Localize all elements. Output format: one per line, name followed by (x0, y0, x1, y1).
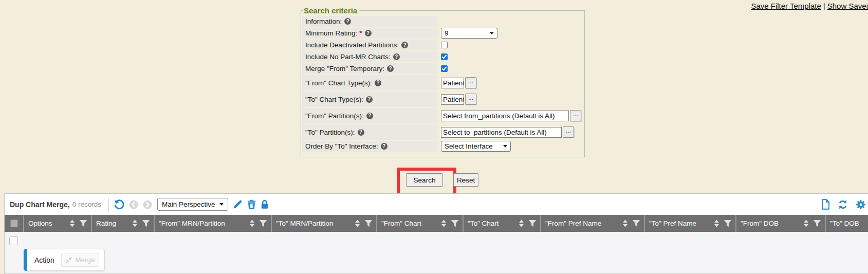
include-deactivated-partitions-label: Include Deactivated Partitions:? (302, 40, 437, 50)
refresh-icon[interactable] (838, 199, 848, 210)
show-saved-link[interactable]: Show Saved (827, 2, 868, 10)
select-all-checkbox[interactable] (10, 220, 18, 227)
from-partitions-input[interactable]: Select from_partitions (Default is All) (441, 111, 569, 121)
column-label: "From" MRN/Partition (159, 220, 245, 227)
chevron-down-icon (503, 145, 507, 148)
to-partitions-input[interactable]: Select to_partitions (Default is All) (441, 127, 562, 138)
save-filter-template-link[interactable]: Save Filter Template (751, 2, 821, 10)
help-icon[interactable]: ? (358, 129, 364, 136)
include-no-part-mr-charts-checkbox[interactable] (441, 53, 448, 60)
help-icon[interactable]: ? (393, 53, 400, 60)
chevron-left-circle-icon[interactable] (129, 200, 138, 209)
sort-arrows-icon[interactable] (132, 220, 138, 227)
from-partitions-browse-button[interactable]: ... (570, 110, 581, 121)
filter-funnel-icon[interactable] (813, 220, 821, 227)
gear-icon[interactable] (856, 199, 866, 210)
filter-funnel-icon[interactable] (724, 220, 732, 227)
sort-arrows-icon[interactable] (441, 220, 447, 227)
sort-arrows-icon[interactable] (622, 220, 628, 227)
chevron-down-icon (490, 32, 494, 34)
to-chart-types-browse-button[interactable]: ... (465, 94, 476, 105)
from-chart-types-control: Patient... (441, 77, 476, 88)
help-icon[interactable]: ? (381, 143, 387, 150)
to-partitions-browse-button[interactable]: ... (563, 126, 574, 138)
chevron-right-circle-icon[interactable] (143, 200, 152, 209)
include-deactivated-partitions-control (441, 42, 448, 48)
minimum-rating-select[interactable]: 9 (441, 28, 497, 39)
help-icon[interactable]: ? (401, 42, 408, 48)
help-icon[interactable]: ? (365, 30, 372, 36)
search-button[interactable]: Search (406, 173, 443, 187)
help-icon[interactable]: ? (366, 113, 373, 119)
minimum-rating-control: 9 (441, 28, 497, 39)
criteria-row-information: Information:? (302, 16, 583, 27)
column-header-from-mrn-partition[interactable]: "From" MRN/Partition (154, 215, 271, 232)
order-by-to-interface-value: Select Interface (445, 142, 493, 150)
from-chart-types-label: "From" Chart Type(s):? (302, 75, 437, 90)
column-label: Rating (96, 220, 128, 227)
page: Save Filter Template|Show Saved Search c… (0, 0, 868, 274)
filter-funnel-icon[interactable] (259, 220, 267, 227)
merge-from-temporary-checkbox[interactable] (441, 65, 448, 72)
sort-arrows-icon[interactable] (355, 220, 360, 227)
column-header-rating[interactable]: Rating (91, 215, 154, 232)
from-chart-types-input[interactable]: Patient (441, 78, 464, 88)
merge-button[interactable]: Merge (61, 253, 99, 267)
include-no-part-mr-charts-label: Include No Part-MR Charts:? (302, 51, 437, 62)
lock-icon[interactable] (261, 199, 269, 209)
filter-funnel-icon[interactable] (451, 220, 459, 227)
filter-template-links: Save Filter Template|Show Saved (751, 2, 868, 10)
help-icon[interactable]: ? (387, 65, 394, 72)
undo-icon[interactable] (114, 199, 124, 210)
column-header-from-pref-name[interactable]: "From" Pref Name (540, 215, 644, 232)
minimum-rating-label: Minimum Rating:*? (302, 28, 437, 39)
row-checkbox[interactable] (9, 236, 18, 245)
sort-arrows-icon[interactable] (519, 220, 524, 227)
order-by-to-interface-control: Select Interface (441, 141, 511, 152)
to-partitions-label: "To" Partition(s):? (302, 124, 437, 140)
trash-icon[interactable] (247, 199, 256, 209)
filter-funnel-icon[interactable] (364, 220, 373, 227)
filter-funnel-icon[interactable] (632, 220, 640, 227)
sort-arrows-icon[interactable] (69, 220, 75, 227)
grid-record-count: 0 records (72, 200, 101, 208)
help-icon[interactable]: ? (375, 80, 381, 86)
column-header-to-dob[interactable]: "To" DOB (825, 215, 868, 232)
help-icon[interactable]: ? (366, 96, 373, 103)
criteria-row-include-deactivated-partitions: Include Deactivated Partitions:? (302, 40, 583, 50)
column-header-to-chart[interactable]: "To" Chart (463, 215, 540, 232)
column-header-to-mrn-partition[interactable]: "To" MRN/Partition (271, 215, 376, 232)
perspective-select[interactable]: Main Perspective (157, 198, 228, 211)
column-header-from-dob[interactable]: "From" DOB (735, 215, 825, 232)
filter-funnel-icon[interactable] (528, 220, 537, 227)
include-deactivated-partitions-checkbox[interactable] (441, 42, 448, 48)
criteria-row-to-partitions: "To" Partition(s):?Select to_partitions … (302, 124, 583, 140)
grid-header-row: Options Rating "From" MRN/Partition "To"… (5, 215, 868, 232)
grid-body: Action Merge (5, 232, 868, 273)
sort-arrows-icon[interactable] (803, 220, 809, 227)
include-no-part-mr-charts-control (441, 53, 448, 60)
document-icon[interactable] (821, 199, 830, 210)
column-header-to-pref-name[interactable]: "To" Pref Name (644, 215, 735, 232)
pencil-icon[interactable] (233, 199, 243, 209)
column-header-from-chart[interactable]: "From" Chart (376, 215, 463, 232)
column-label: "From" DOB (741, 220, 799, 227)
column-header-options[interactable]: Options (23, 215, 91, 232)
from-chart-types-browse-button[interactable]: ... (465, 77, 476, 88)
filter-funnel-icon[interactable] (142, 220, 150, 227)
filter-funnel-icon[interactable] (79, 220, 87, 227)
help-icon[interactable]: ? (344, 18, 351, 25)
sort-arrows-icon[interactable] (249, 220, 255, 227)
criteria-row-to-chart-types: "To" Chart Type(s):?Patient... (302, 92, 583, 107)
criteria-row-order-by-to-interface: Order By "To" Interface:?Select Interfac… (302, 141, 583, 152)
to-chart-types-input[interactable]: Patient (441, 94, 464, 105)
search-criteria-legend: Search criteria (303, 6, 359, 15)
action-label: Action (34, 256, 54, 264)
minimum-rating-value: 9 (445, 29, 449, 37)
sort-arrows-icon[interactable] (714, 220, 719, 227)
column-label: "From" Pref Name (545, 220, 618, 227)
merge-from-temporary-control (441, 65, 448, 72)
reset-button[interactable]: Reset (453, 173, 478, 187)
order-by-to-interface-select[interactable]: Select Interface (441, 141, 511, 152)
required-asterisk: * (359, 29, 362, 37)
